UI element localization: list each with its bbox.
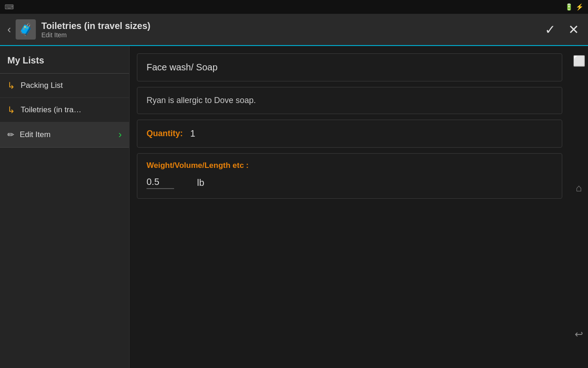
back-button[interactable]: ‹ [7, 23, 11, 36]
edit-item-label: Edit Item [20, 130, 119, 139]
main-content: Face wash/ Soap Ryan is allergic to Dove… [130, 46, 570, 368]
app-icon: 🧳 [16, 19, 36, 40]
confirm-button[interactable]: ✓ [543, 20, 557, 39]
weight-value-field[interactable]: 0.5 [147, 177, 174, 189]
sidebar-item-toiletries[interactable]: ↳ Toiletries (in tra… [0, 98, 129, 122]
packing-list-label: Packing List [21, 81, 63, 90]
sidebar: My Lists ↳ Packing List ↳ Toiletries (in… [0, 46, 130, 368]
keyboard-icon: ⌨ [5, 3, 14, 11]
packing-list-icon: ↳ [7, 80, 15, 91]
sidebar-section-title: My Lists [0, 46, 129, 74]
right-icons: ⬜ ⌂ ↩ [570, 46, 588, 368]
pencil-icon: ✏ [7, 130, 14, 140]
toiletries-icon: ↳ [7, 104, 15, 115]
item-notes-field[interactable]: Ryan is allergic to Dove soap. [147, 96, 553, 105]
item-notes-card[interactable]: Ryan is allergic to Dove soap. [137, 87, 562, 114]
item-name-card[interactable]: Face wash/ Soap [137, 53, 562, 81]
close-button[interactable]: ✕ [566, 20, 581, 39]
toiletries-label: Toiletries (in tra… [21, 105, 81, 115]
tablet-icon: ⬜ [573, 55, 585, 67]
item-name-field[interactable]: Face wash/ Soap [147, 62, 553, 73]
battery-icon: 🔋 [565, 3, 573, 11]
chevron-right-icon: › [119, 129, 122, 141]
action-bar-actions: ✓ ✕ [543, 20, 581, 39]
quantity-value[interactable]: 1 [190, 128, 195, 139]
action-bar-titles: Toiletries (in travel sizes) Edit Item [41, 21, 543, 39]
quantity-card[interactable]: Quantity: 1 [137, 120, 562, 148]
action-bar-subtitle: Edit Item [41, 31, 543, 39]
action-bar: ‹ 🧳 Toiletries (in travel sizes) Edit It… [0, 14, 588, 46]
weight-card[interactable]: Weight/Volume/Length etc : 0.5 lb [137, 153, 562, 199]
action-bar-title: Toiletries (in travel sizes) [41, 21, 543, 31]
sidebar-item-edit[interactable]: ✏ Edit Item › [0, 122, 129, 148]
sidebar-item-packing-list[interactable]: ↳ Packing List [0, 74, 129, 98]
weight-label: Weight/Volume/Length etc : [147, 161, 553, 170]
home-icon[interactable]: ⌂ [576, 182, 582, 194]
quantity-label: Quantity: [147, 129, 183, 138]
weight-unit-field[interactable]: lb [197, 178, 204, 188]
status-bar: ⌨ 🔋 ⚡ [0, 0, 588, 14]
battery-charging-icon: ⚡ [576, 3, 583, 11]
back-icon[interactable]: ↩ [575, 328, 583, 340]
